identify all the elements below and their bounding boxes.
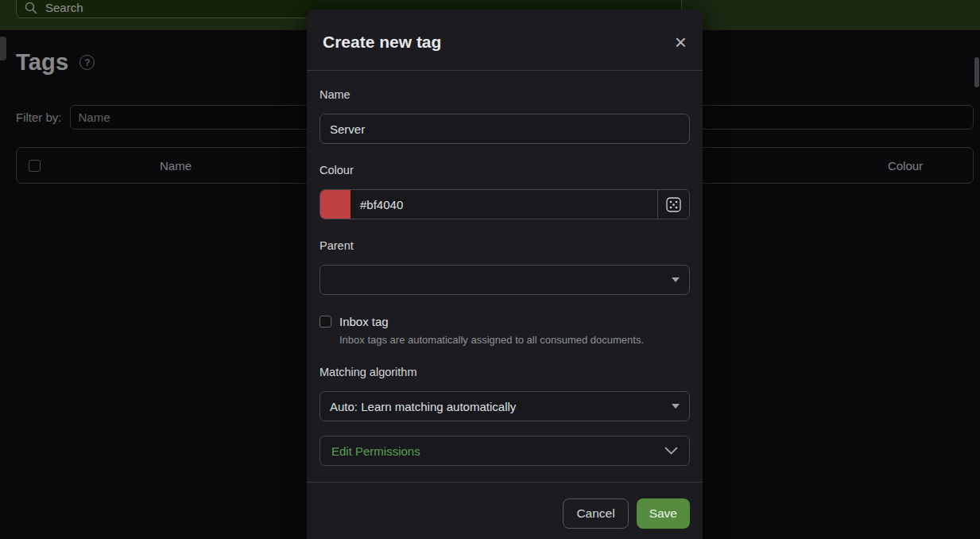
parent-label: Parent bbox=[320, 239, 690, 253]
colour-field: Colour bbox=[320, 164, 690, 219]
save-button[interactable]: Save bbox=[637, 498, 690, 529]
parent-select[interactable] bbox=[320, 265, 690, 295]
name-label: Name bbox=[320, 88, 690, 102]
name-field: Name bbox=[320, 88, 690, 144]
modal-body: Name Colour bbox=[307, 71, 703, 466]
caret-down-icon bbox=[672, 404, 680, 409]
close-icon[interactable]: × bbox=[675, 34, 687, 50]
random-colour-button[interactable] bbox=[657, 190, 689, 219]
matching-select-value: Auto: Learn matching automatically bbox=[330, 400, 516, 413]
edit-permissions-label: Edit Permissions bbox=[331, 444, 420, 458]
modal-footer: Cancel Save bbox=[307, 482, 703, 539]
colour-label: Colour bbox=[320, 164, 690, 177]
colour-input[interactable] bbox=[351, 190, 657, 219]
parent-field: Parent bbox=[320, 239, 690, 295]
edit-permissions-accordion[interactable]: Edit Permissions bbox=[320, 436, 690, 466]
inbox-tag-field: Inbox tag Inbox tags are automatically a… bbox=[320, 315, 690, 346]
colour-input-group bbox=[320, 189, 690, 219]
colour-swatch bbox=[320, 190, 351, 219]
modal-header: Create new tag × bbox=[307, 10, 703, 71]
create-tag-modal: Create new tag × Name Colour bbox=[307, 10, 703, 539]
modal-title: Create new tag bbox=[323, 32, 441, 52]
name-input-wrap bbox=[320, 114, 690, 144]
name-input[interactable] bbox=[320, 114, 689, 143]
inbox-tag-hint: Inbox tags are automatically assigned to… bbox=[339, 334, 690, 346]
inbox-tag-label[interactable]: Inbox tag bbox=[339, 315, 389, 328]
cancel-button[interactable]: Cancel bbox=[563, 498, 628, 529]
chevron-down-icon bbox=[664, 447, 678, 456]
inbox-tag-checkbox[interactable] bbox=[320, 316, 331, 328]
dice-icon bbox=[666, 197, 681, 212]
caret-down-icon bbox=[672, 277, 680, 282]
matching-label: Matching algorithm bbox=[320, 366, 690, 379]
matching-select[interactable]: Auto: Learn matching automatically bbox=[320, 391, 690, 421]
matching-field: Matching algorithm Auto: Learn matching … bbox=[320, 366, 690, 421]
